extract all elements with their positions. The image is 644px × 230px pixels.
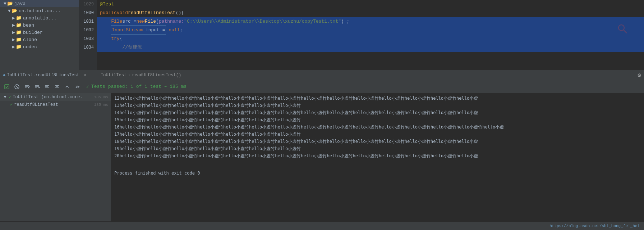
align-center-icon bbox=[54, 84, 60, 90]
sidebar-item-java[interactable]: ▼ 📂 java bbox=[0, 0, 79, 7]
status-bar: https://blog.csdn.net/shi_hong_fei_hei bbox=[0, 221, 644, 230]
align-left-button[interactable] bbox=[43, 83, 51, 91]
svg-line-1 bbox=[624, 30, 627, 33]
sidebar-item-bean[interactable]: ▶ 📁 bean bbox=[0, 22, 79, 29]
chevron-down-icon: ▼ bbox=[7, 8, 12, 14]
output-line-13: 13hello小虚竹hello小虚竹hello小虚竹hello小虚竹hello小… bbox=[114, 102, 641, 109]
search-overlay bbox=[615, 22, 630, 36]
code-line-1030: public void readUtf8LinesTest (){ bbox=[97, 9, 644, 17]
test-tree-label: readUtf8LinesTest bbox=[14, 102, 58, 107]
output-line-17: 17hello小虚竹hello小虚竹hello小虚竹hello小虚竹hello小… bbox=[114, 131, 641, 138]
folder-icon: 📂 bbox=[12, 8, 17, 14]
code-line-1029: @Test bbox=[97, 0, 644, 9]
output-line-12: 12hello小虚竹hello小虚竹hello小虚竹hello小虚竹hello小… bbox=[114, 95, 641, 102]
output-line-18: 18hello小虚竹hello小虚竹hello小虚竹hello小虚竹hello小… bbox=[114, 138, 641, 145]
sort-up-icon bbox=[34, 84, 40, 90]
chevron-right-icon: ▶ bbox=[12, 44, 16, 50]
folder-icon: 📁 bbox=[16, 37, 22, 42]
sidebar-item-label: annotatio... bbox=[23, 15, 57, 21]
sidebar-item-label: cn.hutool.co... bbox=[19, 8, 61, 14]
sort-down-button[interactable] bbox=[23, 83, 31, 91]
code-line-1034: //创建流 bbox=[97, 43, 644, 52]
sidebar-item-label: bean bbox=[23, 23, 34, 28]
svg-point-0 bbox=[618, 25, 624, 31]
chevron-right-icon: ▶ bbox=[12, 30, 16, 35]
sidebar-item-clone[interactable]: ▶ 📁 clone bbox=[0, 36, 79, 43]
search-icon bbox=[617, 23, 628, 35]
folder-icon: 📂 bbox=[7, 1, 13, 6]
align-left-icon bbox=[44, 84, 50, 90]
code-editor: 1029 1030 1031 1032 1033 1034 @Test publ… bbox=[79, 0, 644, 70]
test-tree-item-ioutil[interactable]: ▼ ✓ IoUtilTest (cn.hutool.core. 185 ms bbox=[0, 93, 111, 101]
file-tree-sidebar: ▼ 📂 java ▼ 📂 cn.hutool.co... ▶ 📁 annotat… bbox=[0, 0, 79, 70]
test-status-badge: ✓ Tests passed: 1 of 1 test – 185 ms bbox=[86, 84, 187, 90]
sidebar-item-label: codec bbox=[23, 44, 37, 50]
forward-icon bbox=[74, 84, 80, 90]
sidebar-item-label: java bbox=[14, 1, 26, 6]
test-tree-item-readutf8[interactable]: ✓ readUtf8LinesTest 185 ms bbox=[0, 101, 111, 108]
folder-icon: 📁 bbox=[16, 22, 22, 28]
sort-up-button[interactable] bbox=[33, 83, 41, 91]
line-number-1032: 1032 bbox=[82, 26, 94, 35]
sidebar-item-codec[interactable]: ▶ 📁 codec bbox=[0, 43, 79, 50]
check-all-button[interactable] bbox=[3, 83, 11, 91]
status-url: https://blog.csdn.net/shi_hong_fei_hei bbox=[549, 224, 640, 228]
code-line-1033: try { bbox=[97, 35, 644, 43]
outlined-code: InputStream input = bbox=[111, 26, 166, 35]
test-pass-icon: ✓ bbox=[9, 94, 11, 100]
test-status-text: Tests passed: 1 of 1 test – 185 ms bbox=[91, 84, 187, 89]
annotation-text: @Test bbox=[100, 0, 114, 9]
sidebar-item-annotation[interactable]: ▶ 📁 annotatio... bbox=[0, 14, 79, 22]
test-runner: ✓ Tests passed: 1 of 1 test – 185 ms ▼ ✓… bbox=[0, 80, 644, 221]
breadcrumb-row: ◆ IoUtilTest.readUtf8LinesTest × IoUtilT… bbox=[0, 70, 644, 80]
code-line-1032: InputStream input = null ; bbox=[97, 26, 644, 35]
output-line-empty bbox=[114, 159, 641, 167]
line-number-1034: 1034 bbox=[82, 43, 94, 52]
test-pass-icon: ✓ bbox=[10, 102, 13, 107]
output-line-19: 19hello小虚竹hello小虚竹hello小虚竹hello小虚竹hello小… bbox=[114, 145, 641, 152]
line-number-1029: 1029 bbox=[82, 0, 94, 9]
folder-icon: 📁 bbox=[16, 15, 22, 21]
up-arrow-icon bbox=[64, 84, 70, 90]
sidebar-item-label: clone bbox=[23, 37, 37, 42]
chevron-right-icon: ▶ bbox=[12, 22, 16, 28]
test-output-pane: 12hello小虚竹hello小虚竹hello小虚竹hello小虚竹hello小… bbox=[111, 93, 644, 221]
svg-line-4 bbox=[16, 86, 18, 88]
check-square-icon bbox=[4, 84, 10, 90]
breadcrumb-method-path: IoUtilTest › readUtf8LinesTest() bbox=[86, 73, 638, 78]
output-line-16: 16hello小虚竹hello小虚竹hello小虚竹hello小虚竹hello小… bbox=[114, 123, 641, 131]
settings-button[interactable]: ⚙ bbox=[638, 72, 641, 79]
test-time-parent: 185 ms bbox=[94, 95, 108, 99]
chevron-right-icon: ▶ bbox=[12, 37, 16, 42]
folder-icon: 📁 bbox=[16, 30, 22, 35]
line-numbers: 1029 1030 1031 1032 1033 1034 bbox=[79, 0, 97, 70]
code-line-1031: File src = new File ( pathname: "C:\\Use… bbox=[97, 17, 644, 26]
sidebar-item-builder[interactable]: ▶ 📁 builder bbox=[0, 29, 79, 36]
test-runner-body: ▼ ✓ IoUtilTest (cn.hutool.core. 185 ms ✓… bbox=[0, 93, 644, 221]
sidebar-item-cn-hutool[interactable]: ▼ 📂 cn.hutool.co... bbox=[0, 7, 79, 14]
breadcrumb: ◆ IoUtilTest.readUtf8LinesTest × bbox=[3, 72, 86, 78]
sort-down-icon bbox=[24, 84, 30, 90]
stop-button[interactable] bbox=[13, 83, 21, 91]
output-line-14: 14hello小虚竹hello小虚竹hello小虚竹hello小虚竹hello小… bbox=[114, 109, 641, 116]
chevron-right-icon: ▶ bbox=[12, 15, 16, 21]
line-number-1030: 1030 bbox=[82, 9, 94, 17]
output-line-process: Process finished with exit code 0 bbox=[114, 170, 641, 177]
check-icon: ✓ bbox=[86, 84, 89, 90]
breadcrumb-tab[interactable]: IoUtilTest.readUtf8LinesTest × bbox=[7, 73, 86, 78]
test-time-child: 185 ms bbox=[94, 103, 108, 107]
test-runner-toolbar: ✓ Tests passed: 1 of 1 test – 185 ms bbox=[0, 80, 644, 93]
code-lines: @Test public void readUtf8LinesTest (){ … bbox=[97, 0, 644, 70]
scroll-up-button[interactable] bbox=[63, 83, 71, 91]
stop-icon bbox=[14, 84, 20, 90]
line-number-1033: 1033 bbox=[82, 35, 94, 43]
svg-rect-2 bbox=[5, 85, 9, 89]
line-number-1031: 1031 bbox=[82, 17, 94, 26]
folder-icon: 📁 bbox=[16, 44, 22, 50]
forward-button[interactable] bbox=[73, 83, 81, 91]
test-tree-label: IoUtilTest (cn.hutool.core. bbox=[13, 95, 82, 100]
test-tree: ▼ ✓ IoUtilTest (cn.hutool.core. 185 ms ✓… bbox=[0, 93, 111, 221]
sidebar-item-label: builder bbox=[23, 30, 43, 35]
align-right-button[interactable] bbox=[53, 83, 61, 91]
output-line-15: 15hello小虚竹hello小虚竹hello小虚竹hello小虚竹hello小… bbox=[114, 116, 641, 123]
